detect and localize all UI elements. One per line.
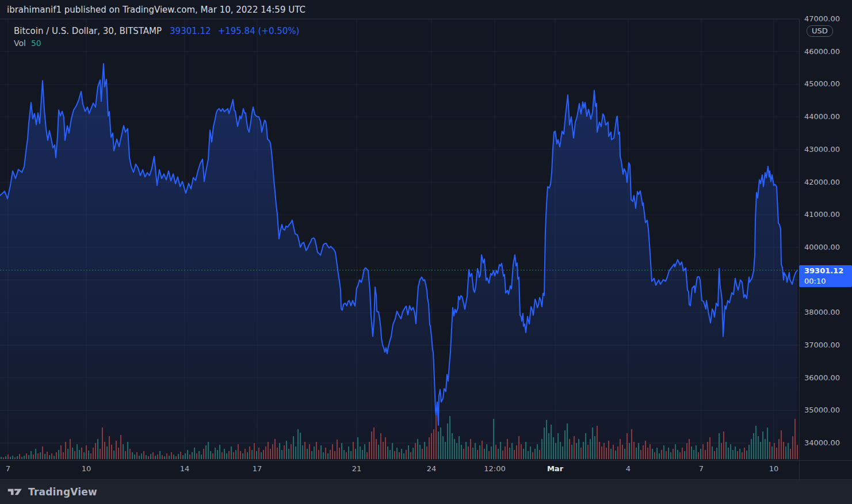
symbol-legend[interactable]: Bitcoin / U.S. Dollar, 30, BITSTAMP 3930…	[14, 26, 299, 36]
volume-bar	[256, 451, 257, 459]
volume-bar	[125, 451, 126, 459]
volume-bar	[12, 456, 13, 459]
volume-bar	[272, 444, 273, 459]
volume-bar	[488, 451, 490, 459]
volume-bar	[633, 442, 635, 459]
volume-bar	[608, 441, 609, 459]
volume-bar	[35, 449, 36, 459]
volume-bar	[106, 446, 108, 459]
volume-bar	[261, 452, 262, 459]
volume-bar	[54, 456, 55, 459]
volume-bar	[585, 433, 586, 459]
volume-bar	[10, 457, 11, 459]
volume-bar	[364, 444, 365, 459]
price-axis-label: 36000.00	[804, 373, 840, 383]
time-axis-label: 24	[427, 464, 437, 473]
volume-bar	[159, 451, 161, 459]
price-axis-label: 45000.00	[804, 79, 840, 89]
volume-bar	[139, 456, 140, 459]
volume-bar	[594, 436, 595, 459]
volume-bar	[794, 419, 796, 459]
time-axis-label: 14	[180, 464, 190, 473]
volume-bar	[136, 452, 137, 459]
volume-bar	[279, 443, 280, 459]
volume-bar	[562, 446, 563, 459]
volume-bar	[373, 427, 375, 459]
price-axis-label: 34000.00	[804, 438, 840, 448]
volume-bar	[100, 449, 101, 459]
volume-bar	[461, 445, 462, 459]
volume-bar	[353, 442, 354, 459]
volume-bar	[477, 450, 478, 459]
volume-bar	[788, 443, 789, 459]
volume-bar	[217, 450, 218, 459]
volume-bar	[332, 444, 333, 459]
last-price-label-value: 39301.12	[804, 266, 852, 276]
volume-bar	[574, 436, 575, 459]
volume-bar	[95, 443, 96, 459]
time-axis[interactable]: 7101417212412:00Mar4710	[0, 460, 852, 479]
tradingview-brand-link[interactable]: TradingView	[28, 486, 97, 498]
volume-legend[interactable]: Vol 50	[14, 39, 41, 48]
volume-bar	[118, 448, 119, 459]
volume-bar	[689, 439, 690, 459]
time-axis-label: 7	[699, 464, 704, 473]
price-axis[interactable]: USD 47000.0046000.0045000.0044000.004300…	[799, 0, 852, 479]
volume-bar	[60, 445, 62, 459]
volume-bar	[392, 443, 393, 459]
volume-bar	[698, 452, 699, 459]
volume-bar	[180, 452, 181, 459]
volume-bar	[730, 444, 731, 459]
volume-bar	[403, 453, 404, 459]
volume-bar	[169, 456, 170, 459]
volume-bar	[636, 448, 637, 459]
volume-bar	[725, 442, 727, 459]
volume-bar	[696, 445, 697, 459]
volume-bar	[516, 445, 517, 459]
tradingview-logo-icon[interactable]	[7, 487, 23, 497]
volume-bar	[215, 448, 216, 459]
volume-bar	[26, 453, 27, 459]
volume-bar	[534, 449, 536, 459]
volume-bar	[415, 443, 416, 459]
volume-bar	[21, 457, 22, 459]
volume-bar	[459, 436, 460, 459]
volume-bar	[129, 449, 131, 459]
volume-bar	[580, 448, 582, 459]
volume-bar	[587, 445, 589, 459]
volume-bar	[201, 455, 202, 459]
volume-bar	[684, 451, 685, 459]
price-axis-label: 46000.00	[804, 47, 840, 56]
volume-bar	[194, 448, 195, 459]
volume-bar	[162, 455, 163, 459]
volume-bar	[198, 451, 200, 459]
volume-bar	[737, 451, 738, 459]
volume-bar	[44, 454, 45, 459]
volume-bar	[309, 444, 310, 459]
volume-bar	[560, 442, 561, 459]
price-axis-label: 38000.00	[804, 308, 840, 317]
volume-bar	[498, 449, 499, 459]
volume-bar	[626, 433, 628, 459]
price-chart-canvas[interactable]	[0, 0, 852, 504]
volume-bar	[196, 453, 197, 459]
volume-bar	[302, 445, 303, 459]
volume-bar	[505, 446, 506, 459]
volume-bar	[251, 450, 253, 459]
volume-bar	[709, 437, 710, 459]
volume-bar	[599, 442, 600, 459]
volume-bar	[682, 448, 683, 459]
volume-bar	[348, 446, 349, 459]
volume-bar	[406, 450, 407, 459]
volume-bar	[564, 430, 566, 459]
volume-bar	[316, 442, 317, 459]
volume-bar	[396, 448, 398, 459]
volume-bar	[240, 451, 241, 459]
volume-bar	[376, 439, 377, 459]
price-axis-label: 35000.00	[804, 406, 840, 415]
volume-bar	[120, 435, 121, 459]
volume-bar	[258, 448, 259, 459]
volume-bar	[330, 450, 331, 459]
symbol-title: Bitcoin / U.S. Dollar, 30, BITSTAMP	[14, 26, 162, 36]
volume-bar	[341, 443, 342, 459]
